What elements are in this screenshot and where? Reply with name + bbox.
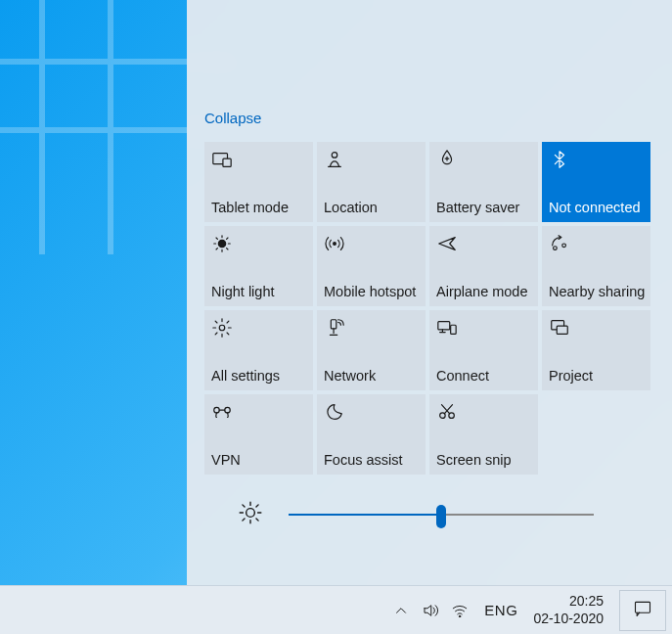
tile-mobile-hotspot[interactable]: Mobile hotspot: [317, 226, 426, 306]
bluetooth-icon: [549, 149, 570, 170]
action-center-panel: Collapse Tablet mode Location Battery sa…: [187, 0, 672, 585]
tile-label: Not connected: [549, 200, 644, 215]
volume-icon[interactable]: [422, 602, 439, 619]
tile-label: Battery saver: [436, 200, 531, 215]
tile-label: Location: [324, 200, 419, 215]
airplane-mode-icon: [436, 233, 458, 254]
battery-saver-icon: [436, 149, 458, 170]
tray-overflow-icon[interactable]: [392, 602, 410, 619]
svg-point-2: [332, 153, 337, 158]
tile-battery-saver[interactable]: Battery saver: [429, 142, 538, 222]
tile-label: Nearby sharing: [549, 284, 644, 299]
focus-assist-icon: [324, 401, 345, 423]
brightness-icon: [238, 500, 263, 529]
svg-point-13: [214, 407, 220, 413]
tile-connect[interactable]: Connect: [429, 310, 538, 390]
quick-action-grid: Tablet mode Location Battery saver Not c…: [204, 142, 654, 475]
connect-icon: [436, 317, 458, 339]
svg-rect-19: [636, 602, 650, 612]
tile-focus-assist[interactable]: Focus assist: [317, 394, 426, 475]
tile-network[interactable]: Network: [317, 310, 426, 390]
network-icon: [324, 317, 345, 339]
svg-rect-1: [223, 158, 231, 166]
clock-time: 20:25: [533, 593, 604, 611]
taskbar-clock[interactable]: 20:25 02-10-2020: [525, 593, 611, 627]
tile-label: VPN: [211, 452, 306, 468]
system-tray: ENG: [392, 602, 521, 619]
tile-label: Tablet mode: [211, 200, 306, 215]
brightness-control: [204, 500, 654, 529]
night-light-icon: [211, 233, 233, 254]
tile-all-settings[interactable]: All settings: [204, 310, 313, 390]
tile-label: All settings: [211, 368, 306, 384]
tile-location[interactable]: Location: [317, 142, 426, 222]
tile-label: Project: [549, 368, 644, 384]
svg-point-18: [460, 615, 462, 617]
svg-point-4: [334, 243, 336, 246]
tile-label: Mobile hotspot: [324, 284, 419, 299]
wifi-icon[interactable]: [451, 602, 469, 619]
tile-label: Airplane mode: [436, 284, 531, 299]
tile-screen-snip[interactable]: Screen snip: [429, 394, 538, 475]
tile-bluetooth[interactable]: Not connected: [542, 142, 650, 222]
tile-project[interactable]: Project: [542, 310, 650, 390]
svg-rect-10: [451, 325, 457, 334]
collapse-link[interactable]: Collapse: [204, 0, 654, 142]
tile-label: Screen snip: [436, 452, 531, 468]
svg-point-7: [219, 325, 225, 331]
svg-rect-12: [557, 326, 567, 334]
brightness-slider[interactable]: [289, 505, 594, 524]
taskbar: ENG 20:25 02-10-2020: [0, 585, 672, 634]
svg-rect-8: [331, 320, 336, 329]
svg-point-3: [218, 240, 225, 247]
project-icon: [549, 317, 570, 339]
tile-label: Connect: [436, 368, 531, 384]
nearby-sharing-icon: [549, 233, 570, 254]
notifications-button[interactable]: [619, 590, 666, 631]
tile-airplane-mode[interactable]: Airplane mode: [429, 226, 538, 306]
tablet-mode-icon: [211, 149, 233, 170]
svg-point-6: [562, 244, 566, 248]
vpn-icon: [211, 401, 233, 423]
tile-vpn[interactable]: VPN: [204, 394, 313, 475]
mobile-hotspot-icon: [324, 233, 345, 254]
language-indicator[interactable]: ENG: [480, 602, 521, 618]
svg-point-5: [554, 247, 558, 250]
clock-date: 02-10-2020: [533, 611, 604, 628]
tile-label: Night light: [211, 284, 306, 299]
location-icon: [324, 149, 345, 170]
svg-rect-9: [438, 322, 450, 330]
screen-snip-icon: [436, 401, 458, 423]
tile-tablet-mode[interactable]: Tablet mode: [204, 142, 313, 222]
svg-point-14: [225, 407, 231, 413]
tile-label: Network: [324, 368, 419, 384]
tile-night-light[interactable]: Night light: [204, 226, 313, 306]
tile-label: Focus assist: [324, 452, 419, 468]
svg-point-17: [246, 509, 255, 518]
settings-icon: [211, 317, 233, 339]
notifications-icon: [633, 599, 652, 621]
tile-nearby-sharing[interactable]: Nearby sharing: [542, 226, 650, 306]
